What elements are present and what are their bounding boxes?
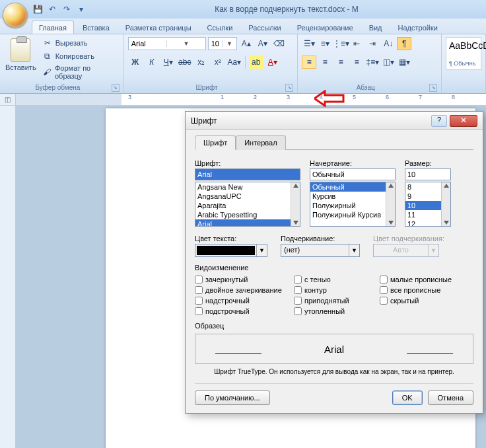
align-right-button[interactable]: ≡: [333, 56, 348, 69]
redo-icon[interactable]: ↷: [61, 3, 73, 15]
undo-icon[interactable]: ↶: [46, 3, 58, 15]
increase-indent-button[interactable]: ⇥: [365, 37, 380, 50]
grow-font-button[interactable]: A▴: [239, 37, 254, 50]
red-arrow-annotation: [314, 90, 345, 107]
align-center-button[interactable]: ≡: [318, 56, 332, 69]
bold-button[interactable]: Ж: [128, 56, 143, 69]
style-normal[interactable]: AaBbCcD ¶ Обычнь: [446, 37, 481, 70]
style-label: Начертание:: [310, 159, 396, 167]
tab-addins[interactable]: Надстройки: [391, 20, 445, 34]
font-size-combo[interactable]: 10▼: [208, 37, 237, 50]
underline-label: Подчеркивание:: [281, 235, 360, 243]
copy-button[interactable]: ⧉Копировать: [40, 50, 120, 62]
font-note: Шрифт TrueType. Он используется для выво…: [195, 368, 473, 375]
superscript-button[interactable]: x²: [211, 56, 225, 69]
shrink-font-button[interactable]: A▾: [256, 37, 270, 50]
dialog-title: Шрифт: [191, 116, 431, 126]
clipboard-launcher[interactable]: ↘: [112, 84, 120, 92]
font-name-input[interactable]: [195, 168, 300, 180]
check-allcaps[interactable]: все прописные: [380, 286, 466, 294]
underline-button[interactable]: Ч▾: [161, 56, 176, 69]
horizontal-ruler[interactable]: 3 1 2 3 4 5 6 7 8: [16, 94, 486, 106]
cancel-button[interactable]: Отмена: [428, 391, 473, 405]
font-color-button[interactable]: A▾: [265, 56, 280, 69]
show-marks-button[interactable]: ¶: [397, 37, 411, 50]
ok-button[interactable]: OK: [392, 391, 423, 405]
scrollbar[interactable]: [441, 182, 450, 226]
font-label: Шрифт:: [195, 159, 300, 167]
sort-button[interactable]: A↓: [381, 37, 396, 50]
change-case-button[interactable]: Aa▾: [227, 56, 242, 69]
font-color-combo[interactable]: ▼: [195, 244, 267, 257]
scrollbar[interactable]: [386, 182, 395, 226]
ruler-corner: ◫: [0, 94, 16, 106]
align-left-button[interactable]: ≡: [302, 56, 316, 69]
tab-references[interactable]: Ссылки: [200, 20, 240, 34]
size-listbox[interactable]: 8 9 10 11 12: [405, 182, 451, 227]
subscript-button[interactable]: x₂: [194, 56, 209, 69]
font-launcher[interactable]: ↘: [285, 84, 293, 92]
brush-icon: 🖌: [42, 67, 52, 77]
font-color-label: Цвет текста:: [195, 235, 267, 243]
dialog-help-button[interactable]: ?: [431, 115, 447, 127]
cut-button[interactable]: ✂Вырезать: [40, 37, 120, 49]
line-spacing-button[interactable]: ‡≡▾: [365, 56, 380, 69]
ribbon-tabs: Главная Вставка Разметка страницы Ссылки…: [0, 19, 486, 34]
default-button[interactable]: По умолчанию...: [195, 391, 270, 405]
tab-home[interactable]: Главная: [32, 20, 74, 34]
chevron-down-icon: ▼: [349, 244, 359, 256]
tab-insert[interactable]: Вставка: [75, 20, 117, 34]
underline-combo[interactable]: (нет)▼: [281, 244, 360, 257]
clear-format-button[interactable]: ⌫: [272, 37, 287, 50]
size-label: Размер:: [405, 159, 451, 167]
font-name-combo[interactable]: Arial▼: [128, 37, 206, 50]
check-smallcaps[interactable]: малые прописные: [380, 276, 466, 283]
borders-button[interactable]: ▦▾: [397, 56, 411, 69]
paste-button[interactable]: Вставить: [4, 37, 38, 73]
strike-button[interactable]: abc: [178, 56, 192, 69]
scrollbar[interactable]: [291, 182, 300, 226]
shading-button[interactable]: ◫▾: [381, 56, 396, 69]
office-button[interactable]: [3, 3, 28, 28]
highlight-button[interactable]: ab: [249, 56, 263, 69]
multilevel-button[interactable]: ⋮≡▾: [333, 37, 348, 50]
check-engrave[interactable]: утопленный: [294, 307, 380, 315]
tab-view[interactable]: Вид: [362, 20, 390, 34]
check-super[interactable]: надстрочный: [195, 297, 294, 305]
check-dstrike[interactable]: двойное зачеркивание: [195, 286, 294, 294]
check-strike[interactable]: зачеркнутый: [195, 276, 294, 283]
numbering-button[interactable]: ≡▾: [318, 37, 332, 50]
color-swatch: [197, 246, 255, 255]
font-size-input[interactable]: [405, 168, 451, 180]
sample-label: Образец: [195, 322, 473, 330]
chevron-down-icon: ▼: [428, 244, 438, 256]
font-listbox[interactable]: Angsana New AngsanaUPC Aparajita Arabic …: [195, 182, 300, 227]
dialog-tab-spacing[interactable]: Интервал: [236, 135, 285, 150]
vertical-ruler[interactable]: [0, 106, 16, 448]
check-sub[interactable]: подстрочный: [195, 307, 294, 315]
format-painter-button[interactable]: 🖌Формат по образцу: [40, 63, 120, 81]
font-style-input[interactable]: [310, 168, 396, 180]
tab-review[interactable]: Рецензирование: [290, 20, 361, 34]
clipboard-group-label: Буфер обмена: [4, 83, 112, 92]
check-outline[interactable]: контур: [294, 286, 380, 294]
italic-button[interactable]: К: [145, 56, 159, 69]
check-shadow[interactable]: с тенью: [294, 276, 380, 283]
dialog-close-button[interactable]: ✕: [450, 115, 477, 127]
decrease-indent-button[interactable]: ⇤: [349, 37, 364, 50]
bullets-button[interactable]: ☰▾: [302, 37, 316, 50]
window-title: Как в ворде подчеркнуть текст.docx - M: [87, 5, 486, 14]
check-emboss[interactable]: приподнятый: [294, 297, 380, 305]
chevron-down-icon: ▼: [222, 40, 236, 47]
qat-dropdown-icon[interactable]: ▾: [75, 3, 87, 15]
save-icon[interactable]: 💾: [32, 3, 44, 15]
justify-button[interactable]: ≡: [349, 56, 364, 69]
tab-pagelayout[interactable]: Разметка страницы: [118, 20, 199, 34]
check-hidden[interactable]: скрытый: [380, 297, 466, 305]
underline-color-combo: Авто▼: [373, 244, 439, 257]
style-listbox[interactable]: Обычный Курсив Полужирный Полужирный Кур…: [310, 182, 396, 227]
dialog-tab-font[interactable]: Шрифт: [195, 135, 236, 150]
tab-mailings[interactable]: Рассылки: [241, 20, 288, 34]
ribbon: Вставить ✂Вырезать ⧉Копировать 🖌Формат п…: [0, 34, 486, 94]
para-launcher[interactable]: ↘: [429, 84, 437, 92]
